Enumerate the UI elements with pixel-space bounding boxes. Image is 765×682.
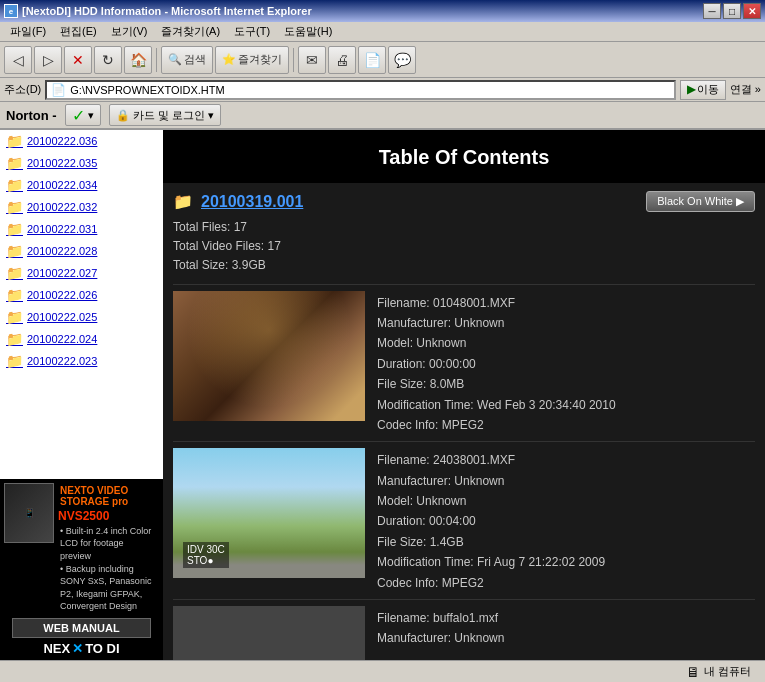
norton-check-button[interactable]: ✓ ▾ xyxy=(65,104,101,126)
menu-file[interactable]: 파일(F) xyxy=(4,22,52,41)
links-button[interactable]: 연결 » xyxy=(730,82,761,97)
sidebar-item-6[interactable]: 📁 20100222.027 xyxy=(0,262,163,284)
video-details-1: Filename: 24038001.MXF Manufacturer: Unk… xyxy=(377,448,605,593)
toolbar: ◁ ▷ ✕ ↻ 🏠 🔍 검색 ⭐ 즐겨찾기 ✉ 🖨 📄 💬 xyxy=(0,42,765,78)
sidebar-item-3[interactable]: 📁 20100222.032 xyxy=(0,196,163,218)
go-button[interactable]: ▶ 이동 xyxy=(680,80,726,100)
print-button[interactable]: 🖨 xyxy=(328,46,356,74)
sidebar-item-5[interactable]: 📁 20100222.028 xyxy=(0,240,163,262)
links-area: 연결 » xyxy=(730,82,761,97)
norton-dropdown-icon: ▾ xyxy=(88,109,94,122)
back-button[interactable]: ◁ xyxy=(4,46,32,74)
search-button[interactable]: 🔍 검색 xyxy=(161,46,213,74)
video-details-0: Filename: 01048001.MXF Manufacturer: Unk… xyxy=(377,291,616,436)
title-bar: e [NextoDI] HDD Information - Microsoft … xyxy=(0,0,765,22)
outdoor-thumb: IDV 30CSTO● xyxy=(173,448,365,578)
norton-bar: Norton - ✓ ▾ 🔒 카드 및 로그인 ▾ xyxy=(0,102,765,130)
video-thumbnail-1[interactable]: IDV 30CSTO● xyxy=(173,448,365,578)
nexto-ad: 📱 NEXTO VIDEO STORAGE pro NVS2500 • Buil… xyxy=(0,479,163,660)
norton-check-icon: ✓ xyxy=(72,106,85,125)
folder-icon: 📁 xyxy=(6,177,23,193)
folder-icon: 📁 xyxy=(6,243,23,259)
refresh-button[interactable]: ↻ xyxy=(94,46,122,74)
folder-icon: 📁 xyxy=(6,353,23,369)
sidebar-item-4[interactable]: 📁 20100222.031 xyxy=(0,218,163,240)
status-bar: 🖥 내 컴퓨터 xyxy=(0,660,765,682)
close-button[interactable]: ✕ xyxy=(743,3,761,19)
maximize-button[interactable]: □ xyxy=(723,3,741,19)
nexto-x: ✕ xyxy=(72,641,83,656)
minimize-button[interactable]: ─ xyxy=(703,3,721,19)
norton-card-button[interactable]: 🔒 카드 및 로그인 ▾ xyxy=(109,104,221,126)
video-item-0: Filename: 01048001.MXF Manufacturer: Unk… xyxy=(173,284,755,442)
corridor-thumb xyxy=(173,291,365,421)
entry-section: 📁 20100319.001 Black On White ▶ Total Fi… xyxy=(163,183,765,660)
go-arrow-icon: ▶ xyxy=(687,83,695,96)
sidebar-item-0[interactable]: 📁 20100222.036 xyxy=(0,130,163,152)
search-icon: 🔍 xyxy=(168,53,182,66)
window-controls: ─ □ ✕ xyxy=(703,3,761,19)
computer-icon: 🖥 xyxy=(686,664,700,680)
black-on-white-button[interactable]: Black On White ▶ xyxy=(646,191,755,212)
sidebar-item-2[interactable]: 📁 20100222.034 xyxy=(0,174,163,196)
menu-tools[interactable]: 도구(T) xyxy=(228,22,276,41)
address-input-wrap: 📄 xyxy=(45,80,676,100)
sidebar-items: 📁 20100222.036 📁 20100222.035 📁 20100222… xyxy=(0,130,163,479)
web-manual-button[interactable]: WEB MANUAL xyxy=(12,618,152,638)
page-icon: 📄 xyxy=(51,83,66,97)
edit-button[interactable]: 📄 xyxy=(358,46,386,74)
folder-icon: 📁 xyxy=(6,155,23,171)
toolbar-separator-1 xyxy=(156,48,157,72)
address-label: 주소(D) xyxy=(4,82,41,97)
folder-icon: 📁 xyxy=(6,265,23,281)
video-item-2: Filename: buffalo1.mxf Manufacturer: Unk… xyxy=(173,599,755,660)
nexto-title: NEXTO VIDEO STORAGE pro xyxy=(58,483,159,509)
toolbar-separator-2 xyxy=(293,48,294,72)
entry-title: 📁 20100319.001 xyxy=(173,192,303,211)
menu-help[interactable]: 도움말(H) xyxy=(278,22,338,41)
entry-header: 📁 20100319.001 Black On White ▶ xyxy=(173,191,755,212)
menu-bar: 파일(F) 편집(E) 보기(V) 즐겨찾기(A) 도구(T) 도움말(H) xyxy=(0,22,765,42)
nexto-features: • Built-in 2.4 inch Color LCD for footag… xyxy=(58,523,159,615)
lock-icon: 🔒 xyxy=(116,109,130,122)
folder-icon: 📁 xyxy=(6,133,23,149)
menu-favorites[interactable]: 즐겨찾기(A) xyxy=(155,22,226,41)
video-details-2: Filename: buffalo1.mxf Manufacturer: Unk… xyxy=(377,606,504,660)
nexto-model: NVS2500 xyxy=(58,509,159,523)
video-thumbnail-0[interactable] xyxy=(173,291,365,421)
folder-icon: 📁 xyxy=(6,309,23,325)
menu-view[interactable]: 보기(V) xyxy=(105,22,154,41)
sidebar-scroll: 📁 20100222.036 📁 20100222.035 📁 20100222… xyxy=(0,130,163,479)
content-area: Table Of Contents 📁 20100319.001 Black O… xyxy=(163,130,765,660)
entry-name[interactable]: 20100319.001 xyxy=(201,193,303,211)
sidebar-item-10[interactable]: 📁 20100222.023 xyxy=(0,350,163,372)
home-button[interactable]: 🏠 xyxy=(124,46,152,74)
device-image: 📱 xyxy=(24,508,35,518)
status-computer: 🖥 내 컴퓨터 xyxy=(678,661,759,682)
sidebar-item-8[interactable]: 📁 20100222.025 xyxy=(0,306,163,328)
mail-button[interactable]: ✉ xyxy=(298,46,326,74)
sidebar-item-7[interactable]: 📁 20100222.026 xyxy=(0,284,163,306)
address-input[interactable] xyxy=(70,84,670,96)
video-item-1: IDV 30CSTO● Filename: 24038001.MXF Manuf… xyxy=(173,441,755,599)
norton-label: Norton - xyxy=(6,108,57,123)
messenger-button[interactable]: 💬 xyxy=(388,46,416,74)
nexto-logo: NEX✕TO DI xyxy=(43,641,119,656)
folder-icon: 📁 xyxy=(6,331,23,347)
address-bar: 주소(D) 📄 ▶ 이동 연결 » xyxy=(0,78,765,102)
entry-folder-icon: 📁 xyxy=(173,192,193,211)
sidebar-item-9[interactable]: 📁 20100222.024 xyxy=(0,328,163,350)
main-area: 📁 20100222.036 📁 20100222.035 📁 20100222… xyxy=(0,130,765,660)
app-icon: e xyxy=(4,4,18,18)
page-title: Table Of Contents xyxy=(163,130,765,181)
window-title: [NextoDI] HDD Information - Microsoft In… xyxy=(22,5,312,17)
video-thumbnail-2[interactable] xyxy=(173,606,365,660)
stop-button[interactable]: ✕ xyxy=(64,46,92,74)
menu-edit[interactable]: 편집(E) xyxy=(54,22,103,41)
folder-icon: 📁 xyxy=(6,221,23,237)
folder-icon: 📁 xyxy=(6,287,23,303)
favorites-button[interactable]: ⭐ 즐겨찾기 xyxy=(215,46,289,74)
sidebar-item-1[interactable]: 📁 20100222.035 xyxy=(0,152,163,174)
forward-button[interactable]: ▷ xyxy=(34,46,62,74)
folder-icon: 📁 xyxy=(6,199,23,215)
